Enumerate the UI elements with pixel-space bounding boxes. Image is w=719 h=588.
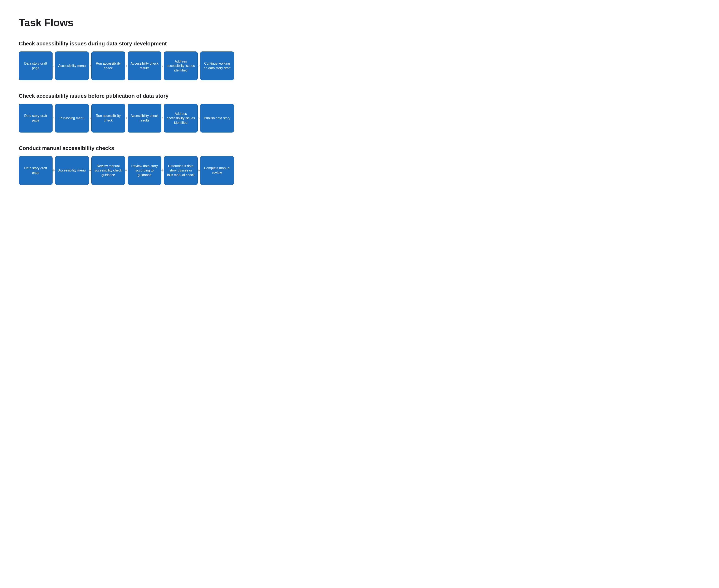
flow-step: Publish data story bbox=[200, 104, 234, 132]
arrow-right-icon bbox=[198, 169, 200, 172]
arrow-right-icon bbox=[198, 117, 200, 120]
arrow-right-icon bbox=[161, 117, 164, 120]
flow-step: Accessibility check results bbox=[127, 51, 161, 80]
flow-step: Review manual accessibility check guidan… bbox=[91, 156, 125, 185]
arrow-right-icon bbox=[125, 64, 127, 67]
flow-step: Data story draft page bbox=[19, 51, 53, 80]
arrow-right-icon bbox=[125, 169, 127, 172]
flow-step: Accessibility check results bbox=[127, 104, 161, 132]
flow-step-label: Run accessibility check bbox=[94, 113, 122, 123]
arrow-right-icon bbox=[53, 117, 55, 120]
arrow-right-icon bbox=[53, 64, 55, 67]
flow-section: Check accessibility issues before public… bbox=[19, 93, 232, 132]
flow-step: Data story draft page bbox=[19, 104, 53, 132]
arrow-right-icon bbox=[161, 64, 164, 67]
flow-step-label: Accessibility menu bbox=[58, 168, 86, 173]
page-title: Task Flows bbox=[19, 17, 232, 29]
arrow-right-icon bbox=[89, 169, 91, 172]
flow-step-label: Data story draft page bbox=[21, 113, 50, 123]
flow-step: Continue working on data story draft bbox=[200, 51, 234, 80]
flow-step-label: Accessibility check results bbox=[130, 61, 159, 70]
flow-step: Accessibility menu bbox=[55, 51, 89, 80]
flow-title: Check accessibility issues before public… bbox=[19, 93, 232, 99]
flow-title: Conduct manual accessibility checks bbox=[19, 145, 232, 151]
flow-row: Data story draft page Accessibility menu… bbox=[19, 51, 232, 80]
flow-row: Data story draft page Publishing menu Ru… bbox=[19, 104, 232, 132]
flow-step: Address accessibility issues identified bbox=[164, 104, 198, 132]
flow-step: Determine if data story passes or fails … bbox=[164, 156, 198, 185]
flow-step-label: Data story draft page bbox=[21, 61, 50, 70]
flow-step: Data story draft page bbox=[19, 156, 53, 185]
flow-step-label: Continue working on data story draft bbox=[203, 61, 231, 70]
arrow-right-icon bbox=[198, 64, 200, 67]
flow-step-label: Determine if data story passes or fails … bbox=[166, 164, 195, 177]
flow-step: Run accessibility check bbox=[91, 51, 125, 80]
flow-step-label: Review manual accessibility check guidan… bbox=[94, 164, 122, 177]
flow-step-label: Accessibility check results bbox=[130, 113, 159, 123]
arrow-right-icon bbox=[125, 117, 127, 120]
flow-section: Conduct manual accessibility checks Data… bbox=[19, 145, 232, 185]
flow-step-label: Address accessibility issues identified bbox=[166, 59, 195, 73]
arrow-right-icon bbox=[53, 169, 55, 172]
flow-step-label: Accessibility menu bbox=[58, 64, 86, 68]
flow-row: Data story draft page Accessibility menu… bbox=[19, 156, 232, 185]
flow-step-label: Data story draft page bbox=[21, 166, 50, 175]
arrow-right-icon bbox=[89, 64, 91, 67]
flow-step-label: Run accessibility check bbox=[94, 61, 122, 70]
flow-step: Address accessibility issues identified bbox=[164, 51, 198, 80]
flow-step: Publishing menu bbox=[55, 104, 89, 132]
flow-section: Check accessibility issues during data s… bbox=[19, 40, 232, 80]
task-flows-page: Task Flows Check accessibility issues du… bbox=[0, 0, 250, 214]
flow-step-label: Review data story according to guidance bbox=[130, 164, 159, 177]
arrow-right-icon bbox=[89, 117, 91, 120]
flow-step: Complete manual review bbox=[200, 156, 234, 185]
flow-step: Accessibility menu bbox=[55, 156, 89, 185]
flow-step: Review data story according to guidance bbox=[127, 156, 161, 185]
arrow-right-icon bbox=[161, 169, 164, 172]
flow-title: Check accessibility issues during data s… bbox=[19, 40, 232, 47]
flow-step-label: Address accessibility issues identified bbox=[166, 111, 195, 125]
flow-step-label: Publish data story bbox=[204, 116, 230, 121]
flow-step-label: Publishing menu bbox=[60, 116, 84, 121]
flow-step: Run accessibility check bbox=[91, 104, 125, 132]
flow-step-label: Complete manual review bbox=[203, 166, 231, 175]
